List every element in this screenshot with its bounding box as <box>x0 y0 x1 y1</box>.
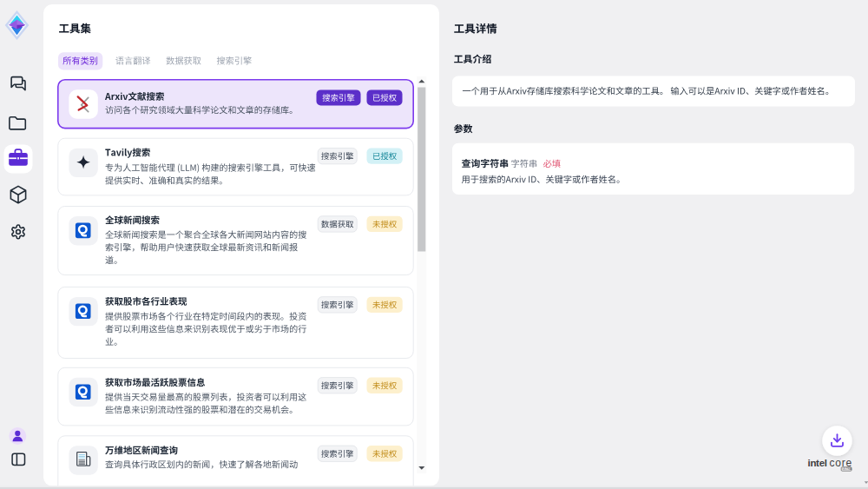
svg-text:ULTRA: ULTRA <box>843 467 852 471</box>
svg-text:intel: intel <box>808 458 827 468</box>
